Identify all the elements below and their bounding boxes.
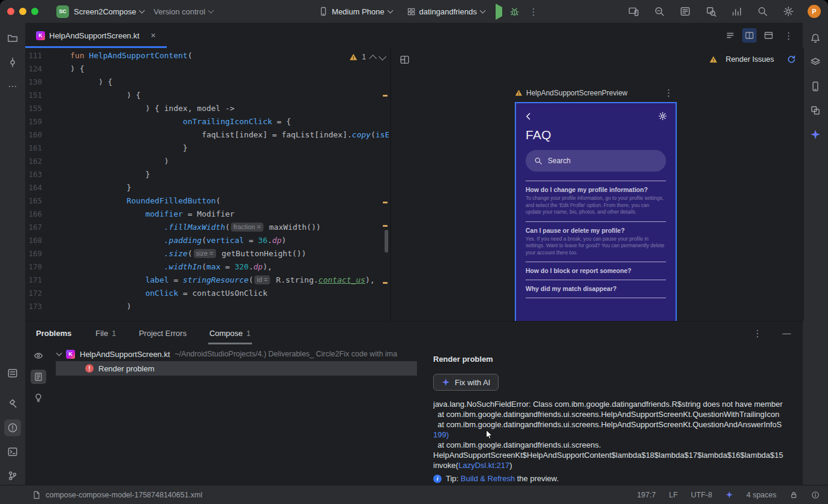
preview-layout-button[interactable] bbox=[400, 55, 410, 65]
line-separator[interactable]: LF bbox=[669, 491, 678, 499]
fix-with-ai-button[interactable]: Fix with AI bbox=[433, 374, 499, 391]
device-manager-tool-button[interactable] bbox=[807, 78, 824, 95]
build-tool-button[interactable] bbox=[4, 395, 21, 412]
code-line[interactable]: 166modifier = Modifier bbox=[25, 208, 389, 221]
code-line[interactable]: 160faqList[index] = faqList[index].copy(… bbox=[25, 128, 389, 142]
preview-options-kebab[interactable]: ⋮ bbox=[661, 88, 677, 98]
warning-stripe-mark[interactable] bbox=[383, 202, 388, 203]
code-line[interactable]: 171label = stringResource(id = R.string.… bbox=[25, 274, 389, 287]
hide-panel-button[interactable]: — bbox=[779, 328, 794, 338]
next-problem-button[interactable] bbox=[379, 53, 386, 61]
version-control-tool-button[interactable] bbox=[4, 467, 21, 484]
file-encoding[interactable]: UTF-8 bbox=[691, 491, 712, 499]
code-line[interactable]: 169.size(size = getButtonHeight()) bbox=[25, 247, 389, 260]
code-line[interactable]: 151) { bbox=[25, 89, 389, 102]
problems-options-kebab[interactable]: ⋮ bbox=[749, 328, 766, 338]
indent-setting[interactable]: 4 spaces bbox=[746, 491, 776, 499]
code-line[interactable]: 172onClick = contactUsOnClick bbox=[25, 287, 389, 300]
code-line[interactable]: 167.fillMaxWidth(fraction = maxWidth()) bbox=[25, 221, 389, 234]
code-line[interactable]: 165RoundedFilledButton( bbox=[25, 194, 389, 208]
commit-tool-button[interactable] bbox=[4, 54, 21, 71]
user-avatar[interactable]: P bbox=[808, 5, 821, 18]
code-line[interactable]: 161} bbox=[25, 142, 389, 155]
warning-stripe-mark[interactable] bbox=[383, 225, 388, 227]
app-insights-icon[interactable] bbox=[653, 5, 666, 18]
code-line[interactable]: 164} bbox=[25, 181, 389, 194]
device-mirroring-icon[interactable] bbox=[627, 5, 640, 18]
run-button[interactable] bbox=[494, 6, 503, 17]
problems-tab-file[interactable]: File1 bbox=[95, 322, 116, 344]
code-line[interactable]: 162) bbox=[25, 155, 389, 168]
code-editor[interactable]: 111fun HelpAndSupportContent(124) {130) … bbox=[25, 48, 389, 321]
open-preview-button[interactable] bbox=[31, 370, 46, 384]
code-view-button[interactable] bbox=[723, 28, 737, 43]
version-control-menu[interactable]: Version control bbox=[149, 5, 218, 19]
gemini-tool-button[interactable] bbox=[807, 126, 824, 143]
todo-tool-button[interactable] bbox=[4, 365, 21, 382]
view-options-button[interactable] bbox=[31, 349, 46, 363]
close-tab-icon[interactable]: × bbox=[147, 30, 159, 41]
warning-stripe-mark[interactable] bbox=[383, 95, 388, 97]
problem-details: Render problem Fix with AI java.lang.NoS… bbox=[433, 347, 797, 483]
search-everywhere-icon[interactable] bbox=[756, 5, 769, 18]
settings-gear-icon[interactable] bbox=[782, 5, 795, 18]
status-file-name[interactable]: compose-compose-model-1758748140651.xml bbox=[46, 491, 202, 499]
more-tool-windows-button[interactable]: ⋯ bbox=[4, 78, 21, 95]
editor-tab[interactable]: K HelpAndSupportScreen.kt × bbox=[25, 23, 167, 48]
editor-scrollbar[interactable] bbox=[385, 230, 388, 253]
code-line[interactable]: 168.padding(vertical = 36.dp) bbox=[25, 234, 389, 247]
code-line[interactable]: 159onTrailingIconClick = { bbox=[25, 115, 389, 128]
project-tool-button[interactable] bbox=[4, 30, 21, 47]
problems-tab-project-errors[interactable]: Project Errors bbox=[139, 322, 186, 344]
tip-suffix: the preview. bbox=[515, 474, 559, 483]
faq-divider bbox=[526, 181, 666, 181]
debug-button[interactable] bbox=[508, 5, 521, 18]
design-view-button[interactable] bbox=[761, 28, 776, 43]
tab-count: 1 bbox=[112, 329, 116, 338]
resource-manager-tool-button[interactable] bbox=[807, 102, 824, 119]
split-view-button[interactable] bbox=[742, 28, 757, 43]
code-line[interactable]: 170.widthIn(max = 320.dp), bbox=[25, 260, 389, 274]
tree-file-row[interactable]: K HelpAndSupportScreen.kt ~/AndroidStudi… bbox=[49, 347, 427, 361]
logcat-icon[interactable] bbox=[679, 5, 692, 18]
terminal-tool-button[interactable] bbox=[4, 443, 21, 460]
previous-problem-button[interactable] bbox=[369, 55, 377, 62]
problems-tab-compose[interactable]: Compose1 bbox=[209, 322, 251, 344]
run-configuration-selector[interactable]: datingandfriends bbox=[402, 5, 490, 19]
gradle-tool-button[interactable] bbox=[807, 54, 824, 71]
build-refresh-link[interactable]: Build & Refresh bbox=[461, 474, 515, 483]
minimize-window-button[interactable] bbox=[19, 8, 26, 15]
warning-count: 1 bbox=[362, 53, 366, 61]
stack-trace-link[interactable]: 199) bbox=[433, 430, 449, 439]
ai-status-sparkle-icon[interactable] bbox=[725, 491, 733, 499]
code-line[interactable]: 163} bbox=[25, 168, 389, 181]
more-run-actions-kebab[interactable]: ⋮ bbox=[526, 7, 542, 17]
chevron-down-icon[interactable] bbox=[56, 350, 62, 356]
render-issues-label[interactable]: Render Issues bbox=[725, 55, 774, 64]
profiler-icon[interactable] bbox=[730, 5, 743, 18]
close-window-button[interactable] bbox=[7, 8, 14, 15]
code-line[interactable]: 173) bbox=[25, 300, 389, 313]
caret-position[interactable]: 197:7 bbox=[637, 491, 656, 499]
problems-tool-button[interactable] bbox=[4, 419, 21, 436]
device-selector[interactable]: Medium Phone bbox=[314, 4, 397, 19]
lock-icon[interactable] bbox=[790, 491, 798, 499]
editor-options-kebab[interactable]: ⋮ bbox=[781, 31, 797, 41]
code-line[interactable]: 155) { index, model -> bbox=[25, 102, 389, 115]
info-circle-icon[interactable] bbox=[811, 491, 820, 499]
code-line[interactable]: 111fun HelpAndSupportContent( bbox=[25, 49, 389, 62]
refresh-preview-button[interactable] bbox=[787, 55, 796, 64]
zoom-window-button[interactable] bbox=[31, 8, 38, 15]
warning-stripe-mark[interactable] bbox=[383, 282, 388, 284]
quick-fix-button[interactable] bbox=[31, 391, 46, 405]
inspections-widget[interactable]: 1 bbox=[349, 53, 385, 61]
preview-header[interactable]: HelpAndSupportScreenPreview ⋮ bbox=[515, 88, 677, 98]
notifications-tool-button[interactable] bbox=[807, 30, 824, 47]
preview-device-frame[interactable]: FAQ Search How do I change my profile in… bbox=[515, 102, 677, 321]
code-line[interactable]: 124) { bbox=[25, 62, 389, 76]
stack-trace-link[interactable]: LazyDsl.kt:217 bbox=[458, 461, 509, 470]
project-selector[interactable]: Screen2Compose bbox=[69, 5, 149, 19]
code-line[interactable]: 130) { bbox=[25, 76, 389, 89]
tree-problem-row[interactable]: ! Render problem bbox=[56, 361, 417, 376]
app-inspection-icon[interactable] bbox=[704, 5, 718, 18]
